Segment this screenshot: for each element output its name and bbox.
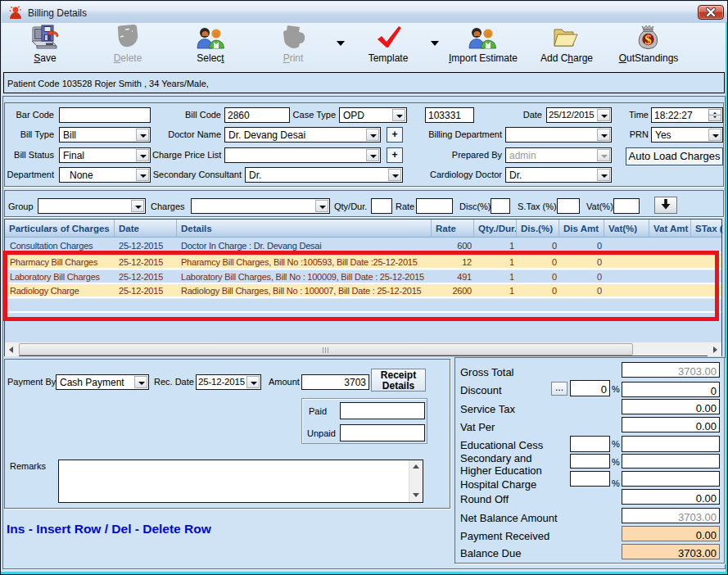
svg-text:$: $ (644, 32, 652, 48)
